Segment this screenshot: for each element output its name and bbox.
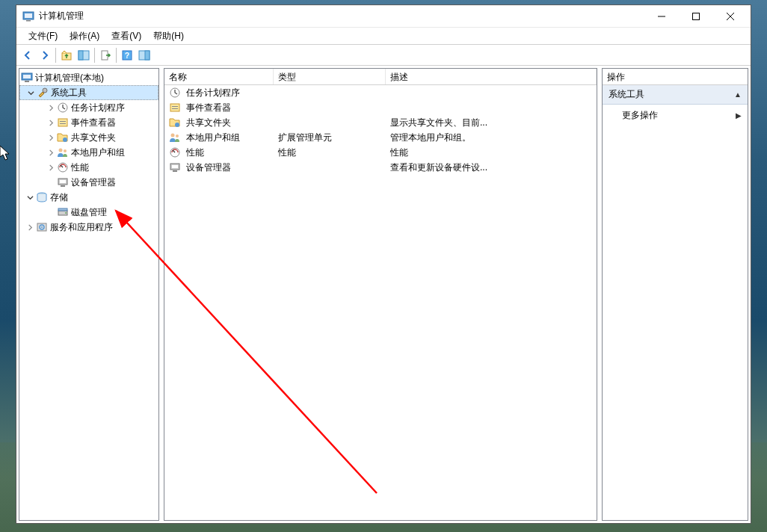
action-section-label: 系统工具 [609, 88, 644, 101]
export-button[interactable] [97, 47, 114, 64]
list-body: 任务计划程序 事件查看器 共享文件夹 显示共享文件夹、目前... 本地用户和组 … [164, 85, 597, 520]
tree-device-manager[interactable]: 设备管理器 [19, 175, 158, 190]
item-desc: 管理本地用户和组。 [386, 132, 597, 144]
tree-performance[interactable]: 性能 [19, 160, 158, 175]
forward-button[interactable] [37, 47, 53, 64]
menu-file[interactable]: 文件(F) [22, 28, 64, 44]
tree-device-manager-label: 设备管理器 [71, 176, 116, 189]
device-icon [57, 176, 69, 188]
svg-point-41 [175, 123, 179, 127]
tree-local-users[interactable]: 本地用户和组 [19, 145, 158, 160]
tree-event-viewer[interactable]: 事件查看器 [19, 115, 158, 130]
show-hide-action-button[interactable] [136, 47, 153, 64]
tree-storage-label: 存储 [50, 191, 68, 204]
chevron-right-icon[interactable] [45, 117, 57, 129]
tree-root[interactable]: 计算机管理(本地) [19, 70, 158, 85]
tree-task-scheduler[interactable]: 任务计划程序 [19, 100, 158, 115]
tree-system-tools[interactable]: 系统工具 [19, 85, 158, 100]
chevron-down-icon[interactable] [24, 191, 36, 203]
item-desc: 显示共享文件夹、目前... [386, 117, 597, 129]
title-bar[interactable]: 计算机管理 [16, 5, 751, 28]
item-name: 本地用户和组 [186, 132, 240, 144]
window-title: 计算机管理 [39, 10, 84, 22]
svg-rect-47 [173, 170, 177, 172]
tree-local-users-label: 本地用户和组 [71, 146, 125, 159]
chevron-right-icon[interactable] [45, 161, 57, 173]
tree-storage[interactable]: 存储 [19, 190, 158, 205]
list-item[interactable]: 共享文件夹 显示共享文件夹、目前... [164, 115, 597, 130]
item-name: 性能 [186, 146, 204, 159]
item-type: 扩展管理单元 [274, 132, 386, 144]
tree-task-scheduler-label: 任务计划程序 [71, 102, 125, 114]
list-item[interactable]: 设备管理器 查看和更新设备硬件设... [164, 160, 597, 175]
svg-rect-39 [172, 106, 178, 107]
help-button[interactable]: ? [119, 47, 135, 64]
col-name[interactable]: 名称 [164, 69, 274, 84]
svg-rect-32 [58, 208, 67, 211]
list-item[interactable]: 任务计划程序 [164, 85, 597, 100]
tree-root-label: 计算机管理(本地) [35, 72, 104, 84]
tree-shared-folders[interactable]: 共享文件夹 [19, 130, 158, 145]
disk-icon [57, 206, 69, 218]
chevron-right-icon[interactable] [45, 146, 57, 158]
device-icon [169, 161, 181, 173]
list-item[interactable]: 事件查看器 [164, 100, 597, 115]
svg-point-24 [59, 149, 63, 152]
svg-rect-2 [26, 20, 31, 22]
tree-services-apps[interactable]: 服务和应用程序 [19, 220, 158, 235]
content-area: 计算机管理(本地) 系统工具 任务计划程序 事件查看器 [16, 65, 751, 523]
services-icon [36, 221, 48, 233]
svg-point-23 [63, 137, 67, 142]
list-item[interactable]: 本地用户和组 扩展管理单元 管理本地用户和组。 [164, 130, 597, 145]
chevron-right-icon[interactable] [45, 132, 57, 143]
back-button[interactable] [19, 47, 36, 64]
menu-help[interactable]: 帮助(H) [147, 28, 190, 44]
computer-management-window: 计算机管理 文件(F) 操作(A) 查看(V) 帮助(H) ? 计算机管理(本地… [16, 4, 751, 524]
menu-bar: 文件(F) 操作(A) 查看(V) 帮助(H) [16, 28, 751, 44]
list-item[interactable]: 性能 性能 性能 [164, 145, 597, 160]
item-name: 设备管理器 [186, 161, 231, 174]
tree-disk-management-label: 磁盘管理 [71, 206, 107, 219]
tree-services-apps-label: 服务和应用程序 [50, 221, 113, 234]
toolbar: ? [16, 44, 751, 65]
action-header: 操作 [603, 69, 748, 85]
col-desc[interactable]: 描述 [386, 69, 597, 84]
chevron-right-icon[interactable] [45, 102, 57, 114]
svg-rect-46 [172, 165, 178, 168]
shared-folder-icon [57, 132, 69, 143]
show-hide-tree-button[interactable] [76, 47, 92, 64]
svg-point-18 [43, 88, 47, 93]
performance-icon [169, 146, 181, 158]
col-type[interactable]: 类型 [274, 69, 386, 84]
tree-pane[interactable]: 计算机管理(本地) 系统工具 任务计划程序 事件查看器 [19, 68, 159, 521]
list-pane[interactable]: 名称 类型 描述 任务计划程序 事件查看器 共享文件夹 显示 [164, 68, 597, 521]
item-name: 任务计划程序 [186, 87, 240, 99]
svg-point-36 [41, 226, 43, 228]
performance-icon [57, 161, 69, 173]
minimize-button[interactable] [644, 5, 679, 28]
chevron-right-icon[interactable] [24, 221, 36, 233]
event-icon [57, 117, 69, 129]
svg-rect-4 [693, 13, 700, 19]
svg-rect-16 [23, 75, 31, 78]
menu-view[interactable]: 查看(V) [105, 28, 147, 44]
tree-system-tools-label: 系统工具 [51, 87, 87, 99]
tree-disk-management[interactable]: 磁盘管理 [19, 205, 158, 220]
clock-icon [57, 102, 69, 114]
action-pane[interactable]: 操作 系统工具 ▲ 更多操作 ▶ [602, 68, 748, 521]
svg-rect-40 [172, 108, 178, 109]
menu-action[interactable]: 操作(A) [64, 28, 105, 44]
caret-up-icon: ▲ [734, 90, 742, 99]
action-more-label: 更多操作 [622, 109, 658, 122]
action-section[interactable]: 系统工具 ▲ [603, 85, 748, 105]
storage-icon [36, 191, 48, 203]
event-icon [169, 102, 181, 114]
action-more[interactable]: 更多操作 ▶ [603, 105, 748, 125]
svg-rect-29 [61, 185, 65, 187]
maximize-button[interactable] [679, 5, 713, 28]
close-button[interactable] [713, 5, 748, 28]
app-icon [22, 10, 34, 22]
chevron-down-icon[interactable] [25, 87, 37, 99]
up-button[interactable] [58, 47, 75, 64]
svg-point-25 [64, 149, 67, 152]
